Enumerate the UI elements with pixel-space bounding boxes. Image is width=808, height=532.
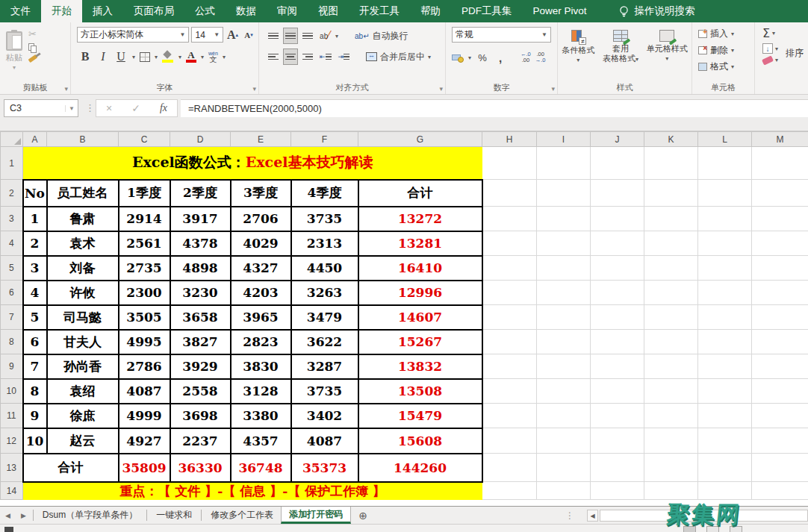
name-box-dropdown-icon[interactable]: ▼ bbox=[65, 105, 78, 112]
cell-A7[interactable]: 5 bbox=[23, 305, 47, 330]
menu-tab-3[interactable]: 插入 bbox=[82, 0, 123, 22]
column-header-F[interactable]: F bbox=[291, 132, 358, 147]
cell-G5[interactable]: 16410 bbox=[358, 256, 482, 281]
cell-A1-banner[interactable]: Excel函数公式：Excel基本技巧解读 bbox=[23, 147, 482, 180]
column-header-H[interactable]: H bbox=[482, 132, 537, 147]
hscroll-left-button[interactable]: ◀ bbox=[587, 510, 598, 522]
phonetic-dropdown[interactable]: ▾ bbox=[223, 54, 226, 60]
row-header-7[interactable]: 7 bbox=[1, 305, 23, 330]
cell-M3[interactable] bbox=[752, 207, 808, 231]
menu-tab-2[interactable]: 开始 bbox=[41, 0, 82, 22]
cell-A6[interactable]: 4 bbox=[23, 281, 47, 305]
cell-M9[interactable] bbox=[752, 354, 808, 379]
cell-L4[interactable] bbox=[698, 231, 752, 256]
cell-A10[interactable]: 8 bbox=[23, 379, 47, 404]
cell-C2[interactable]: 1季度 bbox=[119, 180, 170, 207]
borders-icon[interactable] bbox=[140, 52, 150, 62]
cell-J4[interactable] bbox=[591, 231, 644, 256]
cell-C13[interactable]: 35809 bbox=[119, 454, 170, 482]
decrease-indent-button[interactable]: ⇤ bbox=[318, 49, 333, 64]
row-header-8[interactable]: 8 bbox=[1, 330, 23, 354]
cell-I7[interactable] bbox=[537, 305, 591, 330]
tell-me-search[interactable]: 操作说明搜索 bbox=[618, 0, 695, 22]
cell-K8[interactable] bbox=[644, 330, 698, 354]
cell-D2[interactable]: 2季度 bbox=[170, 180, 231, 207]
column-header-K[interactable]: K bbox=[644, 132, 698, 147]
alignment-dialog-launcher[interactable]: ▾ bbox=[439, 85, 443, 93]
cell-K7[interactable] bbox=[644, 305, 698, 330]
cell-H6[interactable] bbox=[482, 281, 537, 305]
increase-decimal-button[interactable]: ←.0 .00 bbox=[520, 51, 531, 63]
new-sheet-button[interactable]: ⊕ bbox=[351, 507, 375, 524]
row-header-14[interactable]: 14 bbox=[1, 482, 23, 500]
cell-E3[interactable]: 2706 bbox=[231, 207, 291, 231]
cell-J1[interactable] bbox=[591, 147, 644, 180]
bold-button[interactable]: B bbox=[78, 49, 92, 64]
increase-indent-button[interactable]: ⇥ bbox=[337, 49, 352, 64]
cell-M11[interactable] bbox=[752, 404, 808, 428]
align-left-button[interactable] bbox=[267, 49, 280, 64]
bottom-align-button[interactable] bbox=[301, 28, 314, 43]
clear-button[interactable]: ▾ bbox=[762, 57, 778, 63]
cell-H13[interactable] bbox=[482, 454, 537, 482]
cell-J3[interactable] bbox=[591, 207, 644, 231]
font-color-icon[interactable]: A bbox=[186, 51, 196, 63]
format-as-table-button[interactable]: 套用 表格格式▾ bbox=[603, 25, 638, 65]
insert-cells-button[interactable]: 插入▾ bbox=[698, 28, 754, 40]
menu-tab-11[interactable]: PDF工具集 bbox=[451, 0, 523, 22]
cell-L5[interactable] bbox=[698, 256, 752, 281]
align-right-button[interactable] bbox=[301, 49, 314, 64]
cell-A8[interactable]: 6 bbox=[23, 330, 47, 354]
orientation-button[interactable]: ab⁄ bbox=[318, 28, 332, 43]
cell-A12[interactable]: 10 bbox=[23, 428, 47, 454]
cell-K6[interactable] bbox=[644, 281, 698, 305]
cell-H12[interactable] bbox=[482, 428, 537, 454]
cell-E5[interactable]: 4327 bbox=[231, 256, 291, 281]
cell-K9[interactable] bbox=[644, 354, 698, 379]
column-header-G[interactable]: G bbox=[358, 132, 482, 147]
cell-I5[interactable] bbox=[537, 256, 591, 281]
cell-F5[interactable]: 4450 bbox=[291, 256, 358, 281]
cell-I2[interactable] bbox=[537, 180, 591, 207]
cell-K4[interactable] bbox=[644, 231, 698, 256]
cell-F11[interactable]: 3402 bbox=[291, 404, 358, 428]
cell-F9[interactable]: 3287 bbox=[291, 354, 358, 379]
top-align-button[interactable] bbox=[267, 28, 280, 43]
menu-tab-5[interactable]: 公式 bbox=[184, 0, 226, 22]
cell-F13[interactable]: 35373 bbox=[291, 454, 358, 482]
cell-K5[interactable] bbox=[644, 256, 698, 281]
cell-L7[interactable] bbox=[698, 305, 752, 330]
cell-B3[interactable]: 鲁肃 bbox=[47, 207, 119, 231]
font-dialog-launcher[interactable]: ▾ bbox=[252, 85, 256, 93]
cell-D8[interactable]: 3827 bbox=[170, 330, 231, 354]
cell-M14[interactable] bbox=[752, 482, 808, 500]
row-header-4[interactable]: 4 bbox=[1, 231, 23, 256]
row-header-11[interactable]: 11 bbox=[1, 404, 23, 428]
sheet-tab-1[interactable]: Dsum（单字段单条件） bbox=[35, 507, 145, 524]
cell-G9[interactable]: 13832 bbox=[358, 354, 482, 379]
cell-E7[interactable]: 3965 bbox=[231, 305, 291, 330]
cell-J10[interactable] bbox=[591, 379, 644, 404]
fill-color-icon[interactable] bbox=[162, 51, 174, 63]
wrap-text-button[interactable]: ab↵ 自动换行 bbox=[353, 28, 410, 43]
cell-D3[interactable]: 3917 bbox=[170, 207, 231, 231]
cell-B4[interactable]: 袁术 bbox=[47, 231, 119, 256]
formula-input[interactable]: =RANDBETWEEN(2000,5000) bbox=[181, 99, 808, 117]
cell-E10[interactable]: 3128 bbox=[231, 379, 291, 404]
cell-J14[interactable] bbox=[591, 482, 644, 500]
cell-E11[interactable]: 3380 bbox=[231, 404, 291, 428]
cell-I4[interactable] bbox=[537, 231, 591, 256]
cell-C9[interactable]: 2786 bbox=[119, 354, 170, 379]
shrink-font-button[interactable]: A▾ bbox=[242, 28, 255, 43]
cell-F6[interactable]: 3263 bbox=[291, 281, 358, 305]
cell-D11[interactable]: 3698 bbox=[170, 404, 231, 428]
cell-I14[interactable] bbox=[537, 482, 591, 500]
menu-tab-1[interactable]: 文件 bbox=[0, 0, 41, 22]
paste-dropdown[interactable]: ▾ bbox=[13, 63, 16, 72]
row-header-10[interactable]: 10 bbox=[1, 379, 23, 404]
cancel-icon[interactable]: × bbox=[106, 102, 112, 114]
cell-L11[interactable] bbox=[698, 404, 752, 428]
align-center-button[interactable] bbox=[284, 49, 297, 64]
cell-J11[interactable] bbox=[591, 404, 644, 428]
cell-I11[interactable] bbox=[537, 404, 591, 428]
